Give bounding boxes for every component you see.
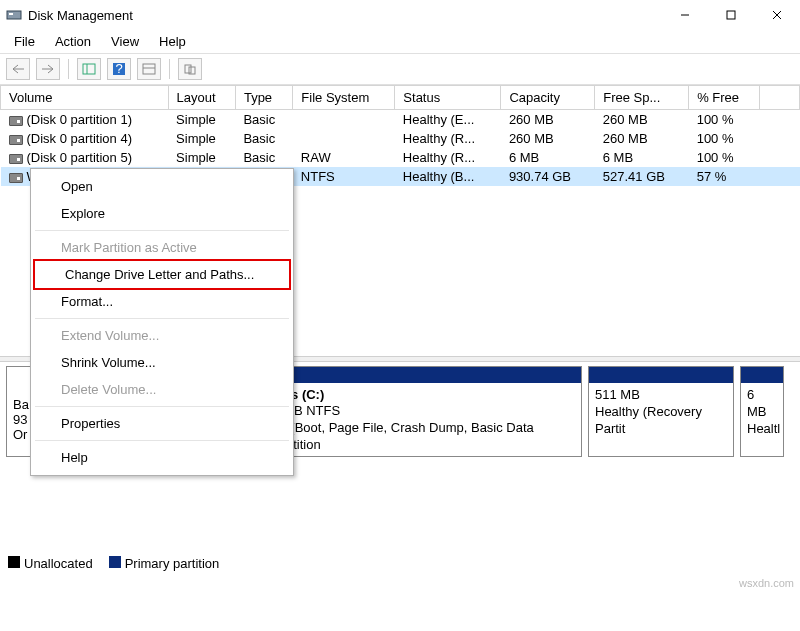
ctx-explore[interactable]: Explore bbox=[31, 200, 293, 227]
partition-block[interactable]: 6 MBHealtl bbox=[740, 366, 784, 457]
menu-help[interactable]: Help bbox=[151, 32, 194, 51]
menu-bar: File Action View Help bbox=[0, 30, 800, 53]
col-type[interactable]: Type bbox=[235, 86, 292, 110]
ctx-format[interactable]: Format... bbox=[31, 288, 293, 315]
table-row[interactable]: (Disk 0 partition 1)SimpleBasicHealthy (… bbox=[1, 110, 800, 130]
ctx-properties[interactable]: Properties bbox=[31, 410, 293, 437]
table-row[interactable]: (Disk 0 partition 4)SimpleBasicHealthy (… bbox=[1, 129, 800, 148]
ctx-mark-active: Mark Partition as Active bbox=[31, 234, 293, 261]
toolbar-icon-3[interactable] bbox=[137, 58, 161, 80]
table-row[interactable]: (Disk 0 partition 5)SimpleBasicRAWHealth… bbox=[1, 148, 800, 167]
menu-file[interactable]: File bbox=[6, 32, 43, 51]
menu-view[interactable]: View bbox=[103, 32, 147, 51]
minimize-button[interactable] bbox=[662, 0, 708, 30]
ctx-shrink-volume[interactable]: Shrink Volume... bbox=[31, 349, 293, 376]
svg-rect-1 bbox=[9, 13, 13, 15]
drive-icon bbox=[9, 154, 23, 164]
help-icon[interactable]: ? bbox=[107, 58, 131, 80]
col-layout[interactable]: Layout bbox=[168, 86, 235, 110]
back-button[interactable] bbox=[6, 58, 30, 80]
toolbar-icon-4[interactable] bbox=[178, 58, 202, 80]
partition-block[interactable]: 511 MBHealthy (Recovery Partit bbox=[588, 366, 734, 457]
svg-rect-12 bbox=[185, 65, 191, 73]
window-title: Disk Management bbox=[28, 8, 662, 23]
table-header-row: Volume Layout Type File System Status Ca… bbox=[1, 86, 800, 110]
legend-unallocated: Unallocated bbox=[8, 556, 93, 571]
svg-rect-6 bbox=[83, 64, 95, 74]
drive-icon bbox=[9, 135, 23, 145]
app-icon bbox=[6, 7, 22, 23]
context-menu: Open Explore Mark Partition as Active Ch… bbox=[30, 168, 294, 476]
toolbar: ? bbox=[0, 53, 800, 85]
close-button[interactable] bbox=[754, 0, 800, 30]
forward-button[interactable] bbox=[36, 58, 60, 80]
col-capacity[interactable]: Capacity bbox=[501, 86, 595, 110]
col-status[interactable]: Status bbox=[395, 86, 501, 110]
col-free[interactable]: Free Sp... bbox=[595, 86, 689, 110]
drive-icon bbox=[9, 173, 23, 183]
ctx-open[interactable]: Open bbox=[31, 173, 293, 200]
ctx-change-drive-letter[interactable]: Change Drive Letter and Paths... bbox=[35, 261, 289, 288]
toolbar-view-icon[interactable] bbox=[77, 58, 101, 80]
svg-rect-10 bbox=[143, 64, 155, 74]
svg-text:?: ? bbox=[115, 62, 122, 76]
ctx-help[interactable]: Help bbox=[31, 444, 293, 471]
col-fs[interactable]: File System bbox=[293, 86, 395, 110]
menu-action[interactable]: Action bbox=[47, 32, 99, 51]
legend: Unallocated Primary partition bbox=[8, 556, 219, 571]
legend-primary: Primary partition bbox=[109, 556, 220, 571]
svg-rect-3 bbox=[727, 11, 735, 19]
partition-block[interactable]: ows (C:)4 GB NTFShy (Boot, Page File, Cr… bbox=[266, 366, 582, 457]
maximize-button[interactable] bbox=[708, 0, 754, 30]
ctx-delete-volume: Delete Volume... bbox=[31, 376, 293, 403]
drive-icon bbox=[9, 116, 23, 126]
col-pfree[interactable]: % Free bbox=[689, 86, 760, 110]
col-volume[interactable]: Volume bbox=[1, 86, 169, 110]
watermark: wsxdn.com bbox=[739, 577, 794, 589]
ctx-extend-volume: Extend Volume... bbox=[31, 322, 293, 349]
title-bar: Disk Management bbox=[0, 0, 800, 30]
